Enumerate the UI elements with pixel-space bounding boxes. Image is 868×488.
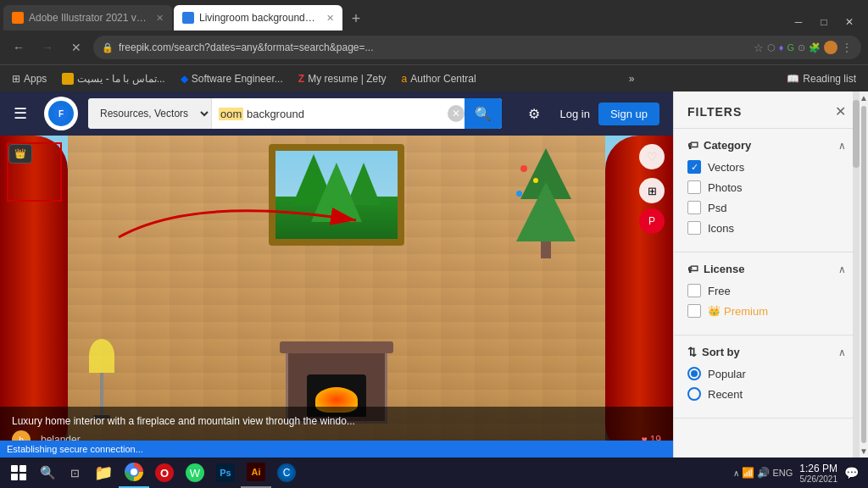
new-tab-button[interactable]: + <box>344 7 368 30</box>
filter-icon-button[interactable]: ⚙ <box>519 98 549 129</box>
recent-option[interactable]: Recent <box>687 387 846 401</box>
popular-radio[interactable] <box>687 367 701 380</box>
bookmark-apps[interactable]: ⊞ Apps <box>7 70 52 87</box>
filters-close-button[interactable]: ✕ <box>835 103 846 119</box>
extension-icon-3[interactable]: G <box>787 42 794 53</box>
extensions-button[interactable]: 🧩 <box>809 42 821 53</box>
sort-section: ⇅ Sort by ∧ Popular Recent <box>674 336 860 419</box>
browser-window: Adobe Illustrator 2021 v25.2.3.2... ✕ Li… <box>0 0 868 488</box>
bookmark-more[interactable]: » <box>622 70 642 87</box>
notifications-button[interactable]: 💬 <box>841 463 861 483</box>
tab-freepik-label: Livingroom background Vectors... <box>199 12 318 24</box>
file-explorer-button[interactable]: 📁 <box>88 458 119 488</box>
profile-icon[interactable] <box>824 41 837 54</box>
url-text: freepik.com/search?dates=any&format=sear… <box>119 42 748 53</box>
premium-checkbox[interactable] <box>687 304 701 318</box>
category-section-header[interactable]: 🏷 Category ∧ <box>687 139 846 152</box>
volume-icon[interactable]: 🔊 <box>757 467 770 479</box>
refresh-button[interactable]: ✕ <box>64 36 88 59</box>
popular-option[interactable]: Popular <box>687 367 846 380</box>
more-bookmarks-icon: » <box>629 73 635 85</box>
freepik-logo[interactable]: F <box>44 97 78 130</box>
language-indicator[interactable]: ENG <box>772 468 793 478</box>
tray-up-icon[interactable]: ∧ <box>733 469 739 478</box>
photoshop-app-button[interactable]: Ps <box>210 458 241 488</box>
star-icon[interactable]: ☆ <box>754 42 764 54</box>
vectors-checkbox[interactable]: ✓ <box>687 160 701 174</box>
grid-action-button[interactable]: ⊞ <box>639 178 665 203</box>
network-icon[interactable]: 📶 <box>742 467 754 479</box>
illustrator-app-button[interactable]: Ai <box>241 458 271 488</box>
freepik-logo-inner: F <box>48 101 74 126</box>
start-sq-2 <box>19 465 26 472</box>
task-view-button[interactable]: ⊡ <box>61 459 88 486</box>
cortana-app-button[interactable]: C <box>271 458 302 488</box>
search-clear-button[interactable]: ✕ <box>448 105 465 122</box>
extension-icon-2[interactable]: ♦ <box>779 42 784 53</box>
tab-ai-close[interactable]: ✕ <box>156 13 164 24</box>
bookmark-author-central[interactable]: a Author Central <box>397 70 481 87</box>
license-section-header[interactable]: 🏷 License ∧ <box>687 263 846 275</box>
tab-ai[interactable]: Adobe Illustrator 2021 v25.2.3.2... ✕ <box>3 5 172 30</box>
search-rest: background <box>247 108 304 120</box>
bookmark-software[interactable]: ◆ Software Engineer... <box>175 70 288 87</box>
free-checkbox[interactable] <box>687 284 701 297</box>
icons-checkbox[interactable] <box>687 221 701 235</box>
hamburger-icon[interactable]: ☰ <box>14 104 27 123</box>
license-options: Free 👑 Premium <box>687 284 846 318</box>
maximize-button[interactable]: □ <box>812 14 836 30</box>
heart-button[interactable]: ♡ <box>639 144 665 169</box>
scrollbar-thumb[interactable] <box>853 100 860 168</box>
category-chevron: ∧ <box>838 140 846 152</box>
license-title: 🏷 License <box>687 263 744 275</box>
opera-app-button[interactable]: O <box>149 458 180 488</box>
search-input-text: oom background <box>219 108 441 120</box>
system-clock[interactable]: 1:26 PM 5/26/2021 <box>799 463 837 484</box>
clock-time: 1:26 PM <box>799 463 837 474</box>
free-label: Free <box>708 285 731 297</box>
extension-icon-1[interactable]: ⬡ <box>767 42 776 53</box>
start-button[interactable] <box>3 458 34 488</box>
back-button[interactable]: ← <box>7 36 31 59</box>
recent-radio[interactable] <box>687 387 701 401</box>
premium-text: Premium <box>724 305 768 318</box>
scroll-thumb-page[interactable] <box>861 106 866 443</box>
scroll-down-button[interactable]: ▼ <box>860 446 868 456</box>
forward-button[interactable]: → <box>36 36 59 59</box>
start-sq-4 <box>19 474 26 480</box>
license-label: License <box>704 263 744 275</box>
psd-option[interactable]: Psd <box>687 201 846 214</box>
premium-option[interactable]: 👑 Premium <box>687 304 846 318</box>
caption-text: Luxury home interior with a fireplace an… <box>12 415 661 427</box>
extension-icon-4[interactable]: ⊙ <box>798 42 805 53</box>
chrome-app-button[interactable] <box>119 458 149 488</box>
scrollbar-track <box>853 92 860 458</box>
bookmark-zety[interactable]: Z My resume | Zety <box>293 70 392 87</box>
signup-button[interactable]: Sign up <box>598 103 659 125</box>
photos-option[interactable]: Photos <box>687 180 846 194</box>
login-button[interactable]: Log in <box>559 108 589 120</box>
tab-freepik[interactable]: Livingroom background Vectors... ✕ <box>174 5 342 30</box>
psd-checkbox[interactable] <box>687 201 701 214</box>
bookmark-reading-list[interactable]: 📖 Reading list <box>782 70 861 87</box>
free-option[interactable]: Free <box>687 284 846 297</box>
pinterest-button[interactable]: P <box>639 208 665 234</box>
search-type-select[interactable]: Resources, Vectors <box>88 98 212 129</box>
bookmark-software-label: Software Engineer... <box>192 73 283 85</box>
close-button[interactable]: ✕ <box>837 14 861 30</box>
whatsapp-app-button[interactable]: W <box>180 458 210 488</box>
sort-section-header[interactable]: ⇅ Sort by ∧ <box>687 346 846 358</box>
icons-option[interactable]: Icons <box>687 221 846 235</box>
tab-freepik-close[interactable]: ✕ <box>326 13 334 24</box>
url-bar[interactable]: 🔒 freepik.com/search?dates=any&format=se… <box>93 36 861 59</box>
fp-auth: Log in Sign up <box>559 103 659 125</box>
search-submit-button[interactable]: 🔍 <box>465 98 502 129</box>
minimize-button[interactable]: ─ <box>787 14 810 30</box>
taskbar-search-button[interactable]: 🔍 <box>34 459 61 486</box>
vectors-option[interactable]: ✓ Vectors <box>687 160 846 174</box>
menu-button[interactable]: ⋮ <box>841 41 853 54</box>
bookmark-favicon[interactable]: تماس با ما - یسپت... <box>57 70 170 87</box>
fp-body: 👑 ♡ ⊞ <box>0 136 673 458</box>
scroll-up-button[interactable]: ▲ <box>860 93 868 103</box>
photos-checkbox[interactable] <box>687 180 701 194</box>
